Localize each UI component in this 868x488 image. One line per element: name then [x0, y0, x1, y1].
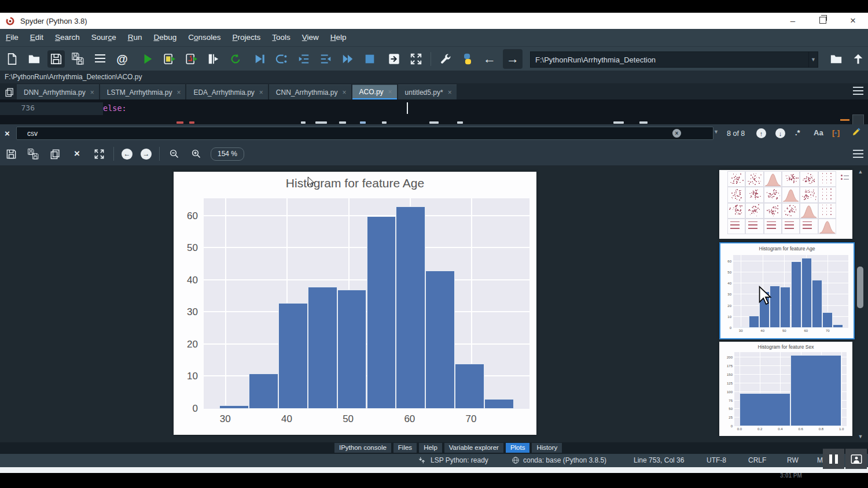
copy-plot-icon[interactable] [46, 145, 64, 162]
back-arrow-icon[interactable]: ← [481, 50, 498, 68]
menu-item-consoles[interactable]: Consoles [182, 29, 226, 46]
forward-arrow-icon[interactable]: → [503, 49, 523, 69]
scrollbar-thumb[interactable] [857, 267, 863, 308]
debug-file-icon[interactable] [251, 50, 269, 68]
find-close-icon[interactable]: × [5, 128, 10, 138]
highlight-matches-icon[interactable] [852, 127, 861, 138]
menu-item-help[interactable]: Help [325, 29, 352, 46]
y-tick-label: 10 [727, 315, 731, 319]
debug-step-into-icon[interactable] [295, 50, 312, 68]
pairplot-cell [818, 187, 836, 202]
tab-aco-active[interactable]: ACO.py× [352, 84, 397, 99]
hist-bar [833, 324, 843, 328]
whole-words-toggle-icon[interactable]: [-] [832, 128, 840, 137]
tab-ipython-console[interactable]: IPython console [334, 443, 391, 453]
x-tick-label: 50 [343, 413, 354, 425]
browse-tabs-icon[interactable] [2, 84, 17, 99]
save-file-icon[interactable] [47, 50, 65, 68]
save-plot-icon[interactable] [2, 145, 20, 162]
thumbnail-pairplot[interactable] [719, 170, 852, 239]
debug-step-return-icon[interactable] [317, 50, 334, 68]
editor-scrollbar-handle[interactable] [852, 114, 864, 124]
menu-item-file[interactable]: File [0, 29, 24, 46]
open-last-file-icon[interactable] [385, 50, 403, 68]
stop-debug-icon[interactable] [361, 50, 378, 68]
working-directory-dropdown-icon[interactable]: ▼ [808, 52, 818, 67]
menu-item-source[interactable]: Source [86, 29, 122, 46]
case-sensitive-toggle-icon[interactable]: Aa [814, 128, 823, 137]
tab-close-icon[interactable]: × [90, 88, 94, 97]
next-plot-icon[interactable]: → [141, 149, 152, 160]
menu-item-debug[interactable]: Debug [148, 29, 182, 46]
parent-directory-icon[interactable] [849, 50, 867, 68]
tab-history[interactable]: History [532, 443, 562, 453]
pairplot-cell [727, 187, 745, 202]
find-history-dropdown-icon[interactable]: ▼ [713, 129, 719, 135]
menu-item-edit[interactable]: Edit [24, 29, 49, 46]
tab-close-icon[interactable]: × [176, 88, 181, 97]
open-file-icon[interactable] [25, 50, 43, 68]
tab-close-icon[interactable]: × [448, 88, 452, 97]
find-clear-icon[interactable]: × [672, 129, 681, 138]
tab-close-icon[interactable]: × [259, 88, 263, 97]
tab-eda-arrhythmia[interactable]: EDA_Arrhythmia.py× [186, 84, 267, 99]
recorder-webcam-button[interactable] [845, 449, 867, 469]
find-next-icon[interactable]: ↓ [775, 128, 785, 138]
menu-item-run[interactable]: Run [122, 29, 148, 46]
tab-close-icon[interactable]: × [388, 88, 392, 96]
tab-variable-explorer[interactable]: Variable explorer [444, 443, 503, 453]
thumbnail-age-histogram-selected[interactable]: Histogram for feature Age 01020304050603… [719, 242, 855, 339]
interpreter-status[interactable]: conda: base (Python 3.8.5) [523, 456, 606, 464]
run-cell-advance-icon[interactable] [183, 50, 200, 68]
menu-item-tools[interactable]: Tools [266, 29, 296, 46]
zoom-in-icon[interactable] [187, 145, 205, 162]
thumbnails-scrollbar[interactable]: ▲ ▼ [855, 169, 866, 439]
file-switcher-icon[interactable] [91, 50, 109, 68]
remove-plot-icon[interactable]: × [68, 145, 86, 162]
tab-files[interactable]: Files [393, 443, 417, 453]
save-all-icon[interactable] [69, 50, 87, 68]
find-previous-icon[interactable]: ↑ [756, 128, 766, 138]
tab-untitled5[interactable]: untitled5.py*× [398, 84, 457, 99]
rerun-cell-icon[interactable] [227, 50, 244, 68]
main-plot-figure[interactable]: Histogram for feature Age 01020304050603… [174, 172, 536, 435]
thumbnail-sex-histogram[interactable]: Histogram for feature Sex 02550751001251… [719, 342, 852, 436]
run-cell-icon[interactable] [161, 50, 178, 68]
code-editor[interactable]: 736 else: [0, 99, 868, 124]
tab-help[interactable]: Help [419, 443, 442, 453]
tab-cnn-arrhythmia[interactable]: CNN_Arrhythmia.py× [269, 84, 351, 99]
save-all-plots-icon[interactable] [24, 145, 42, 162]
previous-plot-icon[interactable]: ← [122, 149, 133, 160]
symbol-finder-icon[interactable]: @ [113, 50, 131, 68]
tab-lstm-arrhythmia[interactable]: LSTM_Arrhythmia.py× [100, 84, 186, 99]
close-button[interactable]: × [838, 13, 868, 29]
menu-item-view[interactable]: View [296, 29, 325, 46]
python-env-icon[interactable] [459, 50, 476, 68]
recorder-pause-button[interactable] [823, 449, 844, 469]
scroll-down-icon[interactable]: ▼ [855, 434, 866, 439]
tab-plots-active[interactable]: Plots [506, 443, 530, 453]
minimize-button[interactable]: – [778, 13, 808, 29]
tab-dnn-arrhythmia[interactable]: DNN_Arrhythmia.py× [17, 84, 99, 99]
scroll-up-icon[interactable]: ▲ [855, 169, 866, 175]
tab-options-menu-icon[interactable] [853, 87, 863, 95]
zoom-out-icon[interactable] [165, 145, 183, 162]
maximize-pane-icon[interactable] [407, 50, 425, 68]
menu-item-projects[interactable]: Projects [227, 29, 267, 46]
debug-continue-icon[interactable] [339, 50, 356, 68]
new-file-icon[interactable] [3, 50, 21, 68]
regex-toggle-icon[interactable]: .* [795, 128, 800, 137]
run-icon[interactable] [139, 50, 156, 68]
find-input[interactable] [17, 129, 672, 138]
restore-button[interactable] [808, 13, 838, 29]
plots-options-menu-icon[interactable] [853, 150, 863, 158]
preferences-wrench-icon[interactable] [437, 50, 454, 68]
working-directory-input[interactable] [531, 55, 808, 65]
menu-item-search[interactable]: Search [49, 29, 86, 46]
browse-directory-icon[interactable] [827, 50, 845, 68]
debug-step-over-icon[interactable] [273, 50, 290, 68]
fit-to-window-icon[interactable] [90, 145, 108, 162]
tab-close-icon[interactable]: × [343, 88, 347, 97]
run-selection-icon[interactable] [205, 50, 222, 68]
cursor-position: Line 753, Col 36 [634, 456, 684, 464]
